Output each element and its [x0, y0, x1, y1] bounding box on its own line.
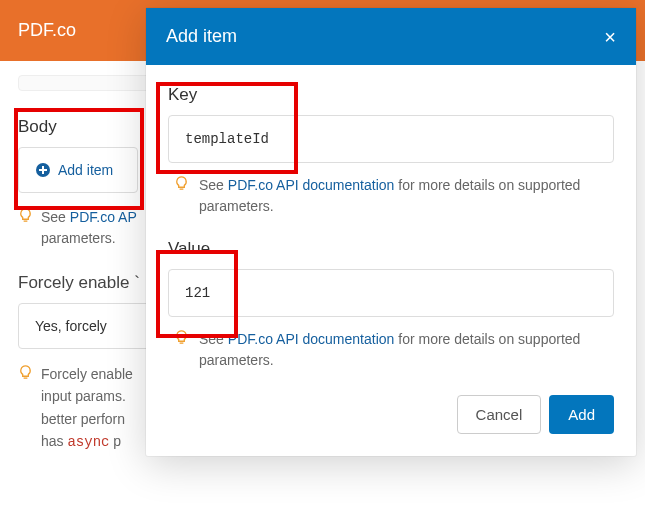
api-doc-link[interactable]: PDF.co API documentation — [228, 331, 395, 347]
modal-body: Key See PDF.co API documentation for mor… — [146, 65, 636, 395]
async-code: async — [67, 434, 109, 450]
bg-api-doc-link[interactable]: PDF.co AP — [70, 209, 137, 225]
modal-header: Add item × — [146, 8, 636, 65]
modal-title: Add item — [166, 26, 237, 47]
value-hint-text: See PDF.co API documentation for more de… — [199, 329, 614, 371]
modal-footer: Cancel Add — [146, 395, 636, 456]
lightbulb-icon — [174, 330, 189, 351]
api-doc-link[interactable]: PDF.co API documentation — [228, 177, 395, 193]
forcely-hint-text: Forcely enable input params. better perf… — [41, 363, 133, 454]
add-button[interactable]: Add — [549, 395, 614, 434]
value-input[interactable] — [168, 269, 614, 317]
plus-circle-icon — [35, 162, 51, 178]
brand-label: PDF.co — [18, 20, 76, 41]
key-hint-text: See PDF.co API documentation for more de… — [199, 175, 614, 217]
key-hint: See PDF.co API documentation for more de… — [168, 175, 614, 217]
close-icon[interactable]: × — [604, 27, 616, 47]
key-label: Key — [168, 85, 614, 105]
forcely-enable-value: Yes, forcely — [35, 318, 107, 334]
value-label: Value — [168, 239, 614, 259]
value-hint: See PDF.co API documentation for more de… — [168, 329, 614, 371]
bg-hint-text: See PDF.co AP parameters. — [41, 207, 137, 249]
lightbulb-icon — [18, 364, 33, 386]
add-item-modal: Add item × Key See PDF.co API documentat… — [146, 8, 636, 456]
cancel-button[interactable]: Cancel — [457, 395, 542, 434]
add-item-label: Add item — [58, 162, 113, 178]
lightbulb-icon — [174, 176, 189, 197]
add-item-button[interactable]: Add item — [18, 147, 138, 193]
key-input[interactable] — [168, 115, 614, 163]
lightbulb-icon — [18, 208, 33, 229]
